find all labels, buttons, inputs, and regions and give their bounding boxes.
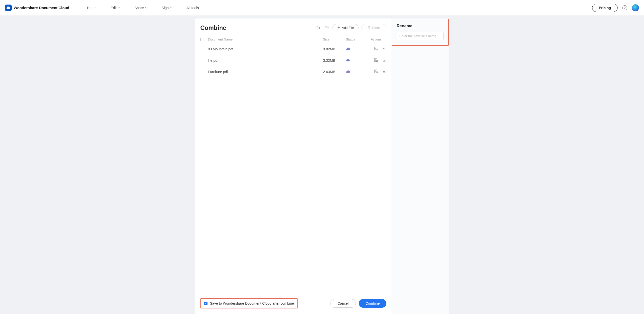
footer-actions: Cancel Combine <box>330 299 386 308</box>
save-to-cloud-checkbox[interactable] <box>204 302 207 305</box>
file-name: 03 Mountain.pdf <box>208 47 323 51</box>
nav-home[interactable]: Home <box>87 6 96 10</box>
nav-all-tools[interactable]: All tools <box>186 6 199 10</box>
preview-icon[interactable] <box>374 69 378 74</box>
col-header-actions: Actions <box>366 37 386 41</box>
brand-name: Wondershare Document Cloud <box>14 6 69 10</box>
rename-input[interactable] <box>397 32 444 40</box>
download-icon[interactable] <box>382 69 386 74</box>
pricing-button[interactable]: Pricing <box>592 4 618 12</box>
save-to-cloud-label: Save to Wondershare Document Cloud after… <box>210 301 294 305</box>
file-size: 3.82MB <box>323 47 346 51</box>
panel-footer: Save to Wondershare Document Cloud after… <box>195 294 391 314</box>
chevron-down-icon <box>118 6 120 10</box>
header-right: Pricing ? <box>592 4 639 12</box>
table-row: life.pdf 3.32MB <box>195 55 391 66</box>
panel-header-actions: Add File Clear <box>315 24 386 31</box>
file-size: 2.63MB <box>323 70 346 74</box>
file-name: life.pdf <box>208 58 323 62</box>
nav-edit-label: Edit <box>111 6 117 10</box>
cloud-icon <box>346 58 350 62</box>
nav-share[interactable]: Share <box>134 6 147 10</box>
sort-asc-icon[interactable] <box>315 25 321 31</box>
nav-share-label: Share <box>134 6 144 10</box>
table-row: 03 Mountain.pdf 3.82MB <box>195 43 391 55</box>
add-file-label: Add File <box>342 26 354 30</box>
page-title: Combine <box>200 24 226 31</box>
rename-box: Rename <box>392 19 449 46</box>
main-nav: Home Edit Share Sign All tools <box>87 6 199 10</box>
preview-icon[interactable] <box>374 58 378 63</box>
nav-sign-label: Sign <box>162 6 169 10</box>
rename-title: Rename <box>397 24 444 28</box>
col-header-name: Document Name <box>208 37 323 41</box>
chevron-down-icon <box>170 6 172 10</box>
panel-header: Combine Add File Clear <box>195 18 391 34</box>
file-list: 03 Mountain.pdf 3.82MB life.pdf 3.32MB F… <box>195 43 391 77</box>
brand-icon <box>5 5 12 11</box>
nav-edit[interactable]: Edit <box>111 6 120 10</box>
combine-panel: Combine Add File Clear <box>195 18 391 314</box>
clear-label: Clear <box>372 26 380 30</box>
col-header-status: Status <box>346 37 366 41</box>
trash-icon <box>367 26 370 30</box>
help-icon[interactable]: ? <box>622 5 627 10</box>
clear-button[interactable]: Clear <box>361 24 386 31</box>
combine-button[interactable]: Combine <box>359 299 386 308</box>
cloud-icon <box>346 70 350 74</box>
plus-icon <box>337 26 340 30</box>
avatar[interactable] <box>632 4 639 11</box>
nav-sign[interactable]: Sign <box>162 6 172 10</box>
nav-home-label: Home <box>87 6 96 10</box>
chevron-down-icon <box>145 6 148 10</box>
file-name: Furniture.pdf <box>208 70 323 74</box>
file-size: 3.32MB <box>323 58 346 62</box>
table-header: Document Name Size Status Actions <box>195 35 391 43</box>
download-icon[interactable] <box>382 46 386 52</box>
cancel-button[interactable]: Cancel <box>330 299 356 308</box>
save-to-cloud-option: Save to Wondershare Document Cloud after… <box>200 298 298 308</box>
select-all-checkbox[interactable] <box>200 38 204 41</box>
preview-icon[interactable] <box>374 46 378 52</box>
workspace: Combine Add File Clear <box>0 15 644 314</box>
rename-panel: Rename <box>391 18 449 314</box>
col-header-size: Size <box>323 37 346 41</box>
table-row: Furniture.pdf 2.63MB <box>195 66 391 77</box>
add-file-button[interactable]: Add File <box>333 24 359 31</box>
sort-desc-icon[interactable] <box>324 25 330 31</box>
brand[interactable]: Wondershare Document Cloud <box>5 5 69 11</box>
download-icon[interactable] <box>382 58 386 63</box>
app-header: Wondershare Document Cloud Home Edit Sha… <box>0 0 644 15</box>
nav-all-tools-label: All tools <box>186 6 199 10</box>
cloud-icon <box>346 47 350 51</box>
